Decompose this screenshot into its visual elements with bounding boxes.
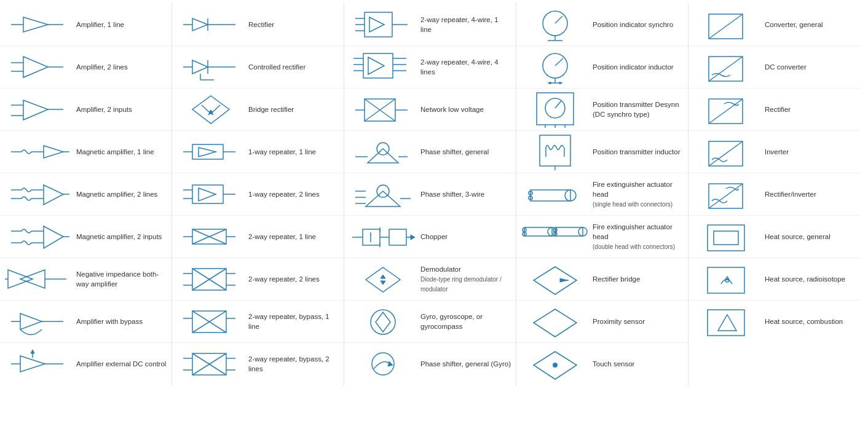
symbol-fireexthead1 [521, 176, 589, 213]
label-phase3w: Phase shifter, 3-wire [417, 189, 511, 199]
svg-rect-90 [365, 12, 392, 37]
symbol-netlv [349, 91, 417, 128]
label-rep2wb1l: 2-way repeater, bypass, 1 line [245, 312, 339, 331]
list-item: 1-way repeater, 2 lines [172, 173, 344, 216]
label-touchsensor: Touch sensor [589, 359, 683, 369]
svg-marker-56 [199, 148, 216, 157]
list-item: Network low voltage [344, 89, 516, 131]
label-rep1w2l: 1-way repeater, 2 lines [245, 189, 339, 199]
symbol-rect [177, 6, 245, 43]
list-item: Magnetic amplifier, 2 lines [0, 173, 172, 216]
label-convgen: Converter, general [761, 20, 856, 30]
label-demod: Demodulator Diode-type ring demodulator … [417, 264, 511, 294]
list-item: Rectifier [688, 89, 861, 131]
label-fireexthead1: Fire extinguisher actuator head (single … [589, 179, 683, 209]
list-item: Amplifier, 1 line [0, 4, 172, 46]
symbol-ampdc [5, 345, 73, 382]
svg-rect-96 [363, 53, 393, 78]
symbol-rect2 [693, 91, 761, 128]
label-postransdesynn: Position transmitter Desynn (DC synchro … [589, 100, 683, 119]
label-chopper: Chopper [417, 232, 511, 242]
symbol-amp1 [5, 6, 73, 43]
list-item: 1-way repeater, 1 line [172, 131, 344, 173]
svg-rect-148 [540, 135, 570, 166]
svg-rect-181 [714, 231, 738, 245]
list-item: Converter, general [688, 4, 861, 46]
list-item: Phase shifter, general [344, 131, 516, 173]
list-item: Amplifier external DC control [0, 343, 172, 385]
column-1: Amplifier, 1 line Amplifier, 2 lines [0, 2, 172, 386]
symbol-posind [521, 6, 589, 43]
list-item: Chopper [344, 216, 516, 258]
list-item: Rectifier/inverter [688, 173, 861, 216]
list-item: Amplifier, 2 inputs [0, 89, 172, 131]
label-dcconv: DC converter [761, 62, 856, 72]
list-item: Proximity sensor [516, 301, 688, 343]
label-rect: Rectifier [245, 20, 339, 30]
symbol-proxsensor [521, 303, 589, 340]
svg-rect-142 [537, 93, 574, 125]
label-rep2wb2l: 2-way repeater, bypass, 2 lines [245, 354, 339, 374]
symbol-amp2in [5, 91, 73, 128]
symbol-posindinductor [521, 49, 589, 85]
svg-marker-167 [534, 309, 577, 337]
svg-rect-180 [708, 225, 744, 251]
label-posindinductor: Position indicator inductor [589, 62, 683, 72]
svg-marker-1 [23, 17, 48, 32]
list-item: Heat source, general [688, 216, 861, 258]
label-inverter: Inverter [761, 147, 856, 157]
label-postransinductor: Position transmitter inductor [589, 147, 683, 157]
svg-point-169 [553, 363, 558, 368]
list-item: Position transmitter Desynn (DC synchro … [516, 89, 688, 131]
symbol-magamp2 [5, 176, 73, 213]
label-ampdc: Amplifier external DC control [73, 359, 167, 369]
svg-line-179 [709, 184, 743, 208]
label-fireexthead2: Fire extinguisher actuator head (double … [589, 222, 683, 251]
list-item: Amplifier, 2 lines [0, 46, 172, 89]
symbol-rep1w1l [177, 133, 245, 170]
svg-line-173 [709, 57, 743, 81]
svg-marker-37 [31, 350, 34, 353]
list-item: Magnetic amplifier, 2 inputs [0, 216, 172, 258]
list-item: 2-way repeater, 1 line [172, 216, 344, 258]
list-item: Bridge rectifier [172, 89, 344, 131]
label-rep2w4w4l: 2-way repeater, 4-wire, 4 lines [417, 57, 511, 77]
svg-rect-119 [389, 229, 406, 245]
label-negimpamp: Negative impedance both-way amplifier [73, 269, 167, 289]
symbol-inverter [693, 133, 761, 170]
svg-rect-117 [363, 229, 380, 245]
symbol-magamp2in [5, 218, 73, 255]
svg-marker-185 [718, 315, 736, 331]
label-heatsrccomb: Heat source, combustion [761, 317, 856, 326]
list-item: Phase shifter, 3-wire [344, 173, 516, 216]
symbol-magamp1 [5, 133, 73, 170]
label-proxsensor: Proximity sensor [589, 317, 683, 326]
svg-marker-114 [366, 191, 400, 207]
label-rectinv: Rectifier/inverter [761, 189, 856, 199]
symbol-rectbridge [521, 261, 589, 297]
list-item: Controlled rectifier [172, 46, 344, 89]
svg-line-133 [555, 16, 562, 23]
list-item: Touch sensor [516, 343, 688, 385]
label-rep2w2l: 2-way repeater, 2 lines [245, 274, 339, 284]
symbol-negimpamp [5, 261, 73, 297]
label-bridge: Bridge rectifier [245, 104, 339, 114]
svg-marker-32 [20, 313, 42, 329]
symbol-phasegyro [349, 345, 417, 382]
svg-marker-127 [381, 281, 385, 285]
svg-rect-60 [192, 185, 223, 203]
column-3: 2-way repeater, 4-wire, 1 line 2-way rep… [344, 2, 516, 386]
svg-point-128 [371, 310, 395, 334]
symbol-rep1w2l [177, 176, 245, 213]
list-item: 2-way repeater, 2 lines [172, 258, 344, 301]
label-heatsrcrad: Heat source, radioisotope [761, 274, 856, 284]
svg-marker-25 [44, 226, 63, 248]
svg-line-171 [709, 14, 743, 39]
list-item: Rectifier bridge [516, 258, 688, 301]
svg-marker-44 [192, 60, 208, 74]
symbol-dcconv [693, 49, 761, 85]
list-item: Heat source, combustion [688, 301, 861, 342]
symbol-postransdesynn [521, 91, 589, 128]
symbol-rep2w2l [177, 261, 245, 297]
label-crect: Controlled rectifier [245, 62, 339, 72]
